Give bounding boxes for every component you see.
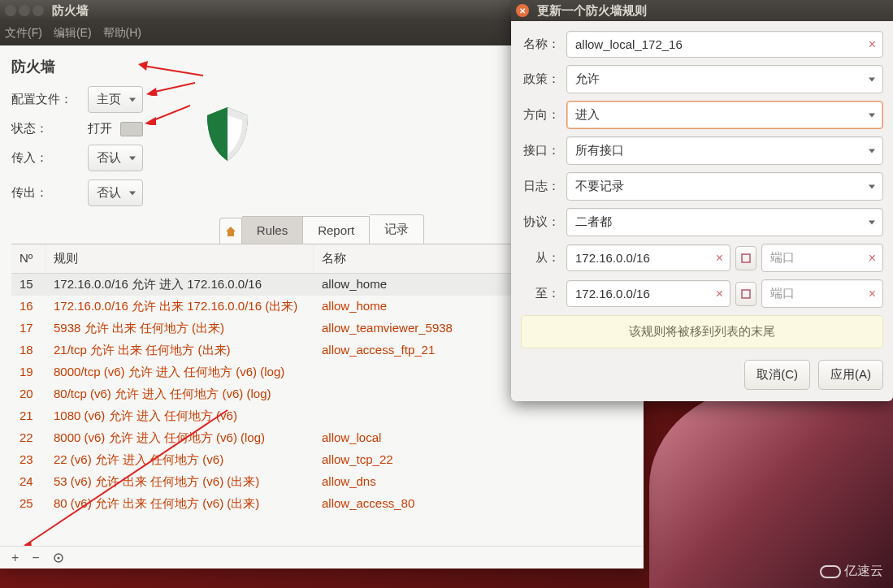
clear-from-addr-icon[interactable]: ×	[716, 251, 723, 266]
svg-point-9	[57, 556, 59, 559]
tab-log[interactable]: 记录	[370, 214, 424, 244]
col-header-no[interactable]: Nº	[11, 244, 46, 273]
arrow-annotation-2	[146, 81, 195, 96]
col-header-rule[interactable]: 规则	[46, 244, 314, 273]
policy-combo[interactable]: 允许	[566, 65, 883, 93]
dialog-close-icon[interactable]: ✕	[516, 4, 529, 17]
cell-no: 20	[11, 383, 46, 405]
log-combo[interactable]: 不要记录	[566, 172, 883, 201]
policy-label: 政策：	[521, 71, 560, 87]
cell-no: 17	[11, 318, 46, 339]
status-label: 状态：	[11, 121, 83, 136]
svg-marker-3	[146, 88, 158, 96]
clear-from-port-icon[interactable]: ×	[869, 251, 876, 266]
interface-label: 接口：	[521, 143, 560, 158]
svg-rect-10	[742, 254, 750, 262]
swap-to-button[interactable]	[735, 282, 756, 306]
name-label: 名称：	[521, 37, 560, 52]
cell-rule: 80/tcp (v6) 允许 进入 任何地方 (v6) (log)	[46, 383, 314, 405]
protocol-label: 协议：	[521, 214, 560, 230]
cell-no: 19	[11, 361, 46, 383]
log-label: 日志：	[521, 179, 560, 194]
home-button[interactable]	[219, 218, 242, 244]
incoming-combo[interactable]: 否认	[88, 145, 143, 171]
menu-file[interactable]: 文件(F)	[5, 26, 42, 41]
to-label: 至：	[521, 286, 560, 301]
clear-to-addr-icon[interactable]: ×	[716, 287, 723, 301]
window-close-icon[interactable]	[5, 5, 16, 16]
tab-report[interactable]: Report	[303, 216, 370, 244]
profile-combo[interactable]: 主页	[88, 86, 143, 113]
cell-rule: 8000/tcp (v6) 允许 进入 任何地方 (v6) (log)	[46, 361, 314, 383]
tab-rules[interactable]: Rules	[242, 216, 303, 244]
shield-icon	[203, 106, 252, 162]
swap-icon	[740, 253, 752, 264]
clear-name-icon[interactable]: ×	[869, 37, 876, 52]
swap-from-button[interactable]	[735, 246, 756, 270]
to-address-input[interactable]: 172.16.0.0/16×	[566, 280, 730, 307]
update-rule-dialog: ✕ 更新一个防火墙规则 名称： allow_local_172_16× 政策： …	[511, 0, 893, 401]
cell-no: 18	[11, 339, 46, 361]
svg-marker-1	[138, 61, 148, 71]
svg-line-6	[24, 410, 228, 546]
menu-help[interactable]: 帮助(H)	[103, 26, 141, 41]
name-input[interactable]: allow_local_172_16×	[566, 31, 883, 58]
window-title: 防火墙	[52, 3, 89, 19]
cell-name: allow_access_80	[314, 493, 632, 515]
remove-rule-button[interactable]: −	[32, 551, 39, 565]
dialog-title: 更新一个防火墙规则	[537, 3, 647, 19]
direction-combo[interactable]: 进入	[566, 101, 883, 129]
cell-no: 15	[11, 274, 46, 296]
status-text: 打开	[88, 121, 112, 136]
cloud-icon	[820, 565, 841, 578]
cell-rule: 21/tcp 允许 出来 任何地方 (出来)	[46, 339, 314, 361]
gear-icon[interactable]	[53, 552, 64, 564]
cell-name: allow_local	[314, 427, 632, 449]
bottom-toolbar: + −	[0, 546, 644, 569]
window-maximize-icon[interactable]	[33, 5, 44, 16]
cell-name: allow_tcp_22	[314, 449, 632, 471]
outgoing-combo[interactable]: 否认	[88, 179, 143, 206]
interface-combo[interactable]: 所有接口	[566, 136, 883, 165]
add-rule-button[interactable]: +	[11, 551, 19, 565]
notice-banner: 该规则将被移到列表的末尾	[521, 315, 883, 348]
watermark: 亿速云	[820, 563, 883, 580]
cell-rule: 172.16.0.0/16 允许 出来 172.16.0.0/16 (出来)	[46, 296, 314, 318]
direction-label: 方向：	[521, 107, 560, 123]
arrow-annotation-1	[138, 61, 203, 77]
home-icon	[224, 225, 237, 238]
incoming-label: 传入：	[11, 150, 83, 166]
cell-name	[314, 405, 632, 427]
cancel-button[interactable]: 取消(C)	[744, 360, 810, 390]
svg-line-2	[151, 83, 195, 93]
svg-line-0	[143, 66, 203, 76]
arrow-annotation-3	[145, 104, 190, 125]
protocol-combo[interactable]: 二者都	[566, 208, 883, 236]
outgoing-label: 传出：	[11, 185, 83, 201]
to-port-input[interactable]: 端口×	[761, 279, 883, 308]
svg-marker-5	[145, 117, 156, 125]
cell-rule: 172.16.0.0/16 允许 进入 172.16.0.0/16	[46, 274, 314, 296]
status-switch[interactable]	[120, 122, 143, 136]
svg-rect-11	[742, 290, 750, 298]
from-port-input[interactable]: 端口×	[761, 244, 883, 272]
clear-to-port-icon[interactable]: ×	[869, 287, 876, 301]
arrow-annotation-long	[16, 406, 236, 552]
dialog-titlebar[interactable]: ✕ 更新一个防火墙规则	[511, 0, 893, 21]
menu-edit[interactable]: 编辑(E)	[54, 26, 92, 41]
apply-button[interactable]: 应用(A)	[818, 360, 883, 390]
cell-name: allow_dns	[314, 471, 632, 493]
window-minimize-icon[interactable]	[19, 5, 30, 16]
swap-icon	[740, 288, 752, 300]
profile-label: 配置文件：	[11, 92, 83, 107]
cell-no: 16	[11, 296, 46, 318]
from-label: 从：	[521, 250, 560, 266]
cell-rule: 5938 允许 出来 任何地方 (出来)	[46, 318, 314, 339]
from-address-input[interactable]: 172.16.0.0/16×	[566, 244, 730, 271]
